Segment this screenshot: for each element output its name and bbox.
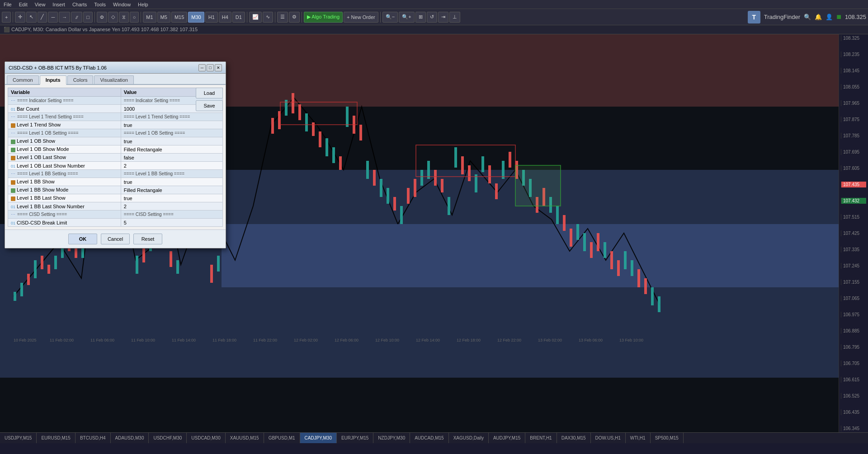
dialog-maximize-btn[interactable]: □ <box>207 64 214 71</box>
toolbar-scroll-right[interactable]: ⇥ <box>438 12 448 23</box>
prop-row-val[interactable]: true <box>121 178 222 186</box>
toolbar-zoom-in[interactable]: 🔍+ <box>399 12 414 23</box>
tab-ADAUSD-M30[interactable]: ADAUSD,M30 <box>111 433 149 444</box>
tf-m15[interactable]: M15 <box>171 12 187 23</box>
tab-NZDJPY-M30[interactable]: NZDJPY,M30 <box>373 433 410 444</box>
tab-XAUUSD-M15[interactable]: XAUUSD,M15 <box>226 433 264 444</box>
chart-area[interactable]: 10 Feb 2025 11 Feb 02:00 11 Feb 06:00 11… <box>0 34 868 432</box>
tf-h1[interactable]: H1 <box>205 12 218 23</box>
prop-row-var[interactable]: Level 1 OB Last Show <box>8 154 121 162</box>
prop-row-val[interactable]: 2 <box>121 162 222 170</box>
toolbar-ray[interactable]: → <box>59 12 70 23</box>
toolbar-line[interactable]: ╱ <box>38 12 47 23</box>
toolbar-patterns[interactable]: ◇ <box>108 12 118 23</box>
prop-row-header-var: ⋯==== Level 1 BB Setting ==== <box>8 170 121 178</box>
dialog-titlebar[interactable]: CISD-CSD + OB-BB ICT MT5 By TFlab 1.06 ─… <box>5 62 226 74</box>
toolbar-gann[interactable]: ⧖ <box>119 12 129 23</box>
reset-button[interactable]: Reset <box>133 234 162 244</box>
tf-h4[interactable]: H4 <box>219 12 231 23</box>
toolbar-chart-type[interactable]: 📈 <box>249 12 262 23</box>
menu-edit[interactable]: Edit <box>19 2 28 7</box>
ok-button[interactable]: OK <box>68 234 97 244</box>
tab-BRENT-H1[interactable]: BRENT,H1 <box>525 433 557 444</box>
menu-view[interactable]: View <box>35 2 46 7</box>
tab-common[interactable]: Common <box>7 75 39 84</box>
prop-row-var[interactable]: 01CISD-CSD Break Limit <box>8 219 121 227</box>
menu-insert[interactable]: Insert <box>52 2 65 7</box>
prop-row-var[interactable]: Level 1 Trend Show <box>8 121 121 129</box>
toolbar-crosshair[interactable]: ✛ <box>15 12 25 23</box>
symbol-bar: ⬛ CADJPY, M30: Canadian Dollar vs Japane… <box>0 25 868 34</box>
toolbar-search[interactable]: 🔍 <box>804 14 811 20</box>
menu-file[interactable]: File <box>4 2 12 7</box>
tab-BTCUSD-H4[interactable]: BTCUSD,H4 <box>75 433 111 444</box>
cancel-button[interactable]: Cancel <box>101 234 130 244</box>
algo-trading-btn[interactable]: ▶ Algo Trading <box>304 12 343 23</box>
prop-row-val[interactable]: true <box>121 194 222 202</box>
prop-row-val[interactable]: Filled Rectangale <box>121 186 222 194</box>
toolbar-fib[interactable]: Φ <box>97 12 107 23</box>
menu-help[interactable]: Help <box>138 2 148 7</box>
prop-row-val[interactable]: 5 <box>121 219 222 227</box>
tf-m5[interactable]: M5 <box>157 12 170 23</box>
tab-USDCAD-M30[interactable]: USDCAD,M30 <box>187 433 225 444</box>
prop-row-val[interactable]: false <box>121 154 222 162</box>
tab-WTI-H1[interactable]: WTI,H1 <box>626 433 651 444</box>
tab-EURJPY-M15[interactable]: EURJPY,M15 <box>337 433 373 444</box>
toolbar-rect[interactable]: □ <box>83 12 93 23</box>
prop-row-var[interactable]: Level 1 BB Show <box>8 178 121 186</box>
prop-row-var[interactable]: Level 1 OB Show Mode <box>8 145 121 154</box>
menu-charts[interactable]: Charts <box>72 2 87 7</box>
tab-DAX30-M15[interactable]: DAX30,M15 <box>557 433 591 444</box>
dialog-minimize-btn[interactable]: ─ <box>198 64 206 71</box>
toolbar-zoom-out[interactable]: 🔍− <box>382 12 398 23</box>
tf-m1[interactable]: M1 <box>143 12 156 23</box>
toolbar-channel[interactable]: ⫽ <box>71 12 82 23</box>
tab-USDCHF-M30[interactable]: USDCHF,M30 <box>149 433 187 444</box>
toolbar-auto-scroll[interactable]: ↺ <box>427 12 437 23</box>
toolbar-notifications[interactable]: 🔔 <box>815 14 822 20</box>
toolbar-templates[interactable]: ☰ <box>277 12 288 23</box>
prop-row-var[interactable]: Level 1 BB Last Show <box>8 194 121 202</box>
toolbar-user[interactable]: 👤 <box>826 14 833 20</box>
tab-inputs[interactable]: Inputs <box>40 75 66 85</box>
tab-visualization[interactable]: Visualization <box>94 75 134 84</box>
prop-row-val[interactable]: true <box>121 137 222 145</box>
tab-SP500-M15[interactable]: SP500,M15 <box>651 433 684 444</box>
tab-DOW.US-H1[interactable]: DOW.US,H1 <box>591 433 626 444</box>
tab-USDJPY-M15[interactable]: USDJPY,M15 <box>0 433 37 444</box>
tab-EURUSD-M15[interactable]: EURUSD,M15 <box>37 433 75 444</box>
prop-row-var[interactable]: Level 1 BB Show Mode <box>8 186 121 194</box>
toolbar-ohlc[interactable]: ⊥ <box>449 12 460 23</box>
tf-m30[interactable]: M30 <box>188 12 204 23</box>
prop-row-var[interactable]: 01Level 1 BB Last Show Number <box>8 202 121 211</box>
dialog-tabs: Common Inputs Colors Visualization <box>5 74 226 85</box>
toolbar-shapes[interactable]: ○ <box>130 12 139 23</box>
load-button[interactable]: Load <box>196 88 223 98</box>
prop-row-val[interactable]: Filled Rectangale <box>121 145 222 154</box>
prop-row-val[interactable]: true <box>121 121 222 129</box>
save-button[interactable]: Save <box>196 100 223 111</box>
dialog-close-btn[interactable]: ✕ <box>215 64 222 71</box>
tab-XAGUSD-Daily[interactable]: XAGUSD,Daily <box>449 433 489 444</box>
prop-row-var[interactable]: Level 1 OB Show <box>8 137 121 145</box>
tf-d1[interactable]: D1 <box>232 12 245 23</box>
tab-AUDCAD-M15[interactable]: AUDCAD,M15 <box>410 433 448 444</box>
tab-AUDJPY-M15[interactable]: AUDJPY,M15 <box>489 433 525 444</box>
prop-row-var[interactable]: 01Bar Count <box>8 105 121 113</box>
toolbar-new-chart[interactable]: + <box>2 12 11 23</box>
toolbar-arrow[interactable]: ↖ <box>26 12 37 23</box>
menu-tools[interactable]: Tools <box>94 2 106 7</box>
toolbar-hline[interactable]: ─ <box>48 12 58 23</box>
prop-row-val[interactable]: 2 <box>121 202 222 211</box>
tab-CADJPY-M30[interactable]: CADJPY,M30 <box>300 433 337 444</box>
menu-window[interactable]: Window <box>113 2 131 7</box>
prop-row-var[interactable]: 01Level 1 OB Last Show Number <box>8 162 121 170</box>
toolbar-grid[interactable]: ⊞ <box>415 12 426 23</box>
tab-colors[interactable]: Colors <box>67 75 94 84</box>
tab-GBPUSD-M1[interactable]: GBPUSD,M1 <box>264 433 300 444</box>
new-order-btn[interactable]: + New Order <box>344 12 378 23</box>
toolbar-indicators[interactable]: ∿ <box>263 12 273 23</box>
toolbar-expert[interactable]: ⚙ <box>289 12 300 23</box>
logo-area: T TradingFinder 🔍 🔔 👤 ■ 108.325 <box>748 11 866 23</box>
